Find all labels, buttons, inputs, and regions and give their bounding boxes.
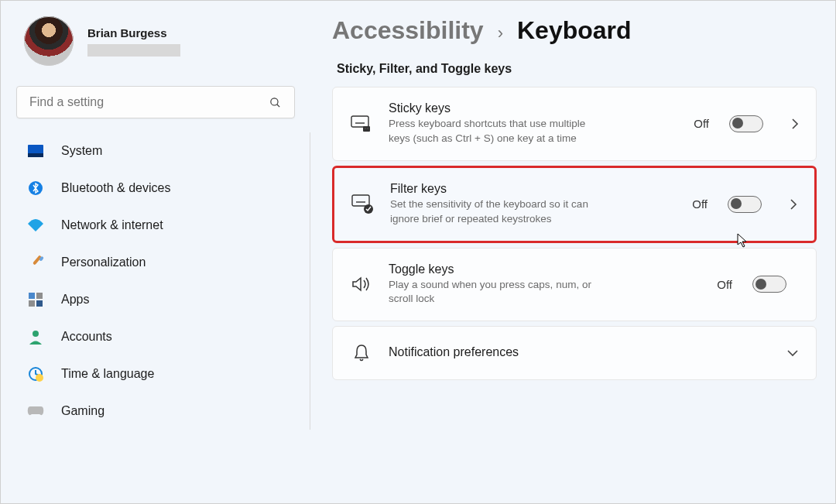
profile-subtext-redacted	[87, 44, 180, 57]
card-toggle-keys[interactable]: Toggle keys Play a sound when you press …	[332, 248, 817, 322]
time-language-icon	[27, 365, 44, 382]
search-icon	[269, 96, 282, 109]
card-description: Play a sound when you press caps, num, o…	[389, 278, 605, 307]
nav-list: System Bluetooth & devices Network & int…	[16, 132, 310, 430]
sidebar-item-time-language[interactable]: Time & language	[16, 355, 307, 393]
section-header: Sticky, Filter, and Toggle keys	[337, 62, 817, 76]
card-title: Sticky keys	[389, 101, 605, 115]
svg-rect-21	[367, 128, 368, 129]
accounts-icon	[27, 328, 44, 345]
main-panel: Accessibility › Keyboard Sticky, Filter,…	[310, 1, 835, 503]
avatar	[24, 16, 74, 66]
toggle-switch[interactable]	[752, 276, 786, 293]
svg-point-0	[271, 98, 278, 105]
card-filter-keys[interactable]: Filter keys Set the sensitivity of the k…	[332, 166, 817, 243]
page-title: Keyboard	[517, 16, 632, 45]
svg-point-13	[36, 374, 43, 382]
chevron-right-icon: ›	[498, 23, 503, 43]
toggle-switch[interactable]	[729, 115, 763, 132]
card-description: Press keyboard shortcuts that use multip…	[389, 117, 605, 146]
sidebar-item-label: System	[61, 144, 102, 158]
svg-rect-10	[36, 300, 43, 307]
keyboard-icon	[350, 115, 373, 132]
chevron-right-icon[interactable]	[791, 118, 799, 130]
sidebar-item-label: Bluetooth & devices	[61, 181, 170, 195]
sidebar-item-accounts[interactable]: Accounts	[16, 318, 307, 355]
svg-rect-20	[365, 128, 366, 129]
card-title: Notification preferences	[389, 345, 771, 359]
svg-rect-3	[28, 153, 43, 157]
sidebar-item-label: Apps	[61, 293, 89, 307]
profile-block[interactable]: Brian Burgess	[16, 16, 310, 81]
breadcrumb: Accessibility › Keyboard	[332, 16, 817, 45]
card-description: Set the sensitivity of the keyboard so i…	[390, 197, 607, 227]
chevron-down-icon[interactable]	[786, 349, 799, 357]
bluetooth-icon	[27, 180, 44, 197]
svg-rect-8	[36, 293, 43, 299]
card-notification-preferences[interactable]: Notification preferences	[332, 326, 817, 380]
apps-icon	[27, 291, 44, 308]
svg-point-11	[33, 331, 39, 337]
sidebar-item-label: Time & language	[61, 367, 154, 381]
sidebar-item-bluetooth[interactable]: Bluetooth & devices	[16, 170, 307, 207]
sidebar-item-network[interactable]: Network & internet	[16, 207, 307, 244]
toggle-state-label: Off	[692, 197, 708, 211]
sidebar-item-personalization[interactable]: Personalization	[16, 244, 307, 281]
gaming-icon	[27, 403, 44, 420]
sidebar-item-label: Network & internet	[61, 218, 163, 232]
svg-rect-9	[29, 300, 35, 307]
cursor-icon	[737, 233, 749, 249]
sidebar-item-label: Accounts	[61, 330, 112, 344]
card-title: Filter keys	[390, 182, 607, 196]
toggle-switch[interactable]	[728, 196, 762, 213]
sidebar-item-label: Personalization	[61, 255, 146, 269]
sidebar-item-gaming[interactable]: Gaming	[16, 393, 307, 430]
bell-icon	[350, 344, 373, 362]
breadcrumb-parent[interactable]: Accessibility	[332, 16, 484, 45]
profile-name: Brian Burgess	[87, 26, 180, 39]
chevron-right-icon[interactable]	[790, 198, 797, 211]
personalization-icon	[27, 254, 44, 271]
sidebar-item-system[interactable]: System	[16, 132, 307, 170]
svg-rect-22	[352, 195, 369, 206]
sidebar-item-label: Gaming	[61, 404, 104, 418]
keyboard-filter-icon	[351, 194, 375, 214]
settings-cards: Sticky keys Press keyboard shortcuts tha…	[332, 87, 817, 380]
card-sticky-keys[interactable]: Sticky keys Press keyboard shortcuts tha…	[332, 87, 817, 161]
toggle-state-label: Off	[717, 278, 732, 291]
search-input[interactable]	[29, 95, 269, 109]
network-icon	[27, 217, 44, 234]
system-icon	[27, 142, 44, 159]
svg-rect-14	[351, 116, 368, 127]
card-title: Toggle keys	[389, 262, 605, 276]
svg-line-1	[277, 104, 279, 106]
sidebar: Brian Burgess System Bluetooth & devi	[1, 1, 310, 503]
toggle-state-label: Off	[694, 117, 709, 130]
svg-rect-7	[29, 293, 35, 299]
sidebar-item-apps[interactable]: Apps	[16, 281, 307, 318]
sound-icon	[350, 276, 373, 293]
search-box[interactable]	[16, 86, 295, 118]
